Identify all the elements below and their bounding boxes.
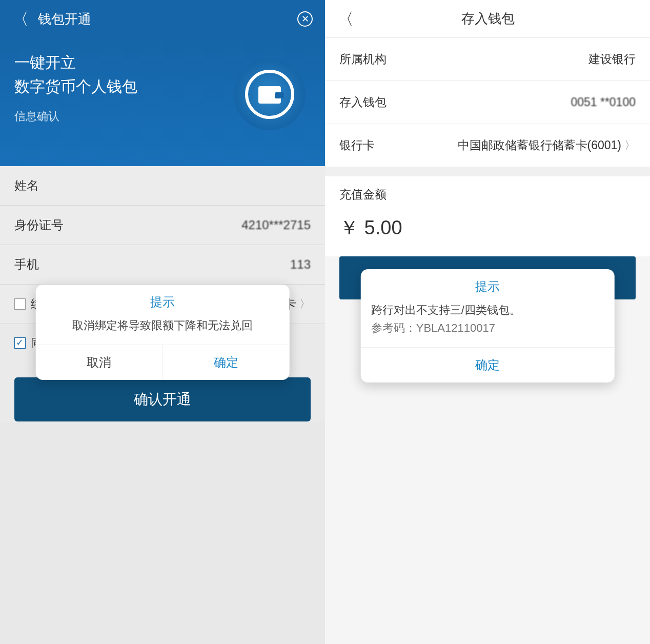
wallet-row[interactable]: 存入钱包 0051 **0100	[325, 81, 650, 124]
phone-value: 113	[290, 257, 311, 272]
dialog-message: 跨行对出不支持三/四类钱包。 参考码：YBLA12110017	[361, 301, 615, 347]
card-value: 中国邮政储蓄银行储蓄卡(6001)	[458, 137, 621, 153]
dialog-actions: 取消 确定	[36, 345, 290, 380]
ok-button[interactable]: 确定	[361, 348, 615, 383]
refcode-label: 参考码：	[371, 321, 416, 334]
id-row[interactable]: 身份证号 4210***2715	[0, 206, 325, 245]
wallet-icon	[234, 58, 306, 130]
wallet-value: 0051 **0100	[571, 95, 636, 109]
bindcard-checkbox[interactable]	[14, 298, 26, 310]
ok-button[interactable]: 确定	[162, 345, 290, 380]
alert-dialog-left: 提示 取消绑定将导致限额下降和无法兑回 取消 确定	[36, 285, 290, 380]
dialog-title: 提示	[361, 269, 615, 301]
wallet-label: 存入钱包	[339, 94, 387, 110]
dialog-title: 提示	[36, 285, 290, 316]
amount-label: 充值金额	[325, 176, 650, 213]
screenshot-right: 〈 存入钱包 所属机构 建设银行 存入钱包 0051 **0100 银行卡 中国…	[325, 0, 650, 644]
page-title: 钱包开通	[29, 10, 297, 28]
header-bar: 〈 钱包开通 ✕	[0, 0, 325, 38]
dialog-message: 取消绑定将导致限额下降和无法兑回	[36, 316, 290, 345]
info-list: 所属机构 建设银行 存入钱包 0051 **0100 银行卡 中国邮政储蓄银行储…	[325, 38, 650, 167]
org-label: 所属机构	[339, 51, 387, 67]
amount-value: ￥ 5.00	[325, 213, 650, 256]
id-label: 身份证号	[14, 217, 64, 233]
chevron-right-icon: 〉	[299, 296, 311, 312]
hero-banner: 一键开立 数字货币个人钱包 信息确认	[0, 38, 325, 166]
back-icon[interactable]: 〈	[12, 11, 29, 27]
alert-dialog-right: 提示 跨行对出不支持三/四类钱包。 参考码：YBLA12110017 确定	[361, 269, 615, 383]
close-icon[interactable]: ✕	[297, 11, 313, 27]
header-bar: 〈 存入钱包	[325, 0, 650, 38]
dialog-actions: 确定	[361, 347, 615, 383]
screenshot-left: 〈 钱包开通 ✕ 一键开立 数字货币个人钱包 信息确认 姓名 身份证号 4210…	[0, 0, 325, 644]
name-label: 姓名	[14, 177, 39, 194]
phone-label: 手机	[14, 256, 39, 273]
name-row[interactable]: 姓名	[0, 166, 325, 206]
phone-row[interactable]: 手机 113	[0, 245, 325, 285]
svg-rect-2	[275, 92, 284, 98]
confirm-open-button[interactable]: 确认开通	[14, 377, 311, 421]
org-row: 所属机构 建设银行	[325, 38, 650, 81]
dialog-line1: 跨行对出不支持三/四类钱包。	[371, 301, 604, 319]
page-title: 存入钱包	[354, 10, 622, 28]
dialog-refcode: 参考码：YBLA12110017	[371, 319, 604, 337]
card-label: 银行卡	[339, 137, 375, 153]
cancel-button[interactable]: 取消	[36, 345, 162, 380]
back-icon[interactable]: 〈	[337, 11, 354, 27]
org-value: 建设银行	[588, 51, 636, 67]
agree-checkbox[interactable]	[14, 337, 26, 349]
card-row[interactable]: 银行卡 中国邮政储蓄银行储蓄卡(6001) 〉	[325, 124, 650, 167]
id-value: 4210***2715	[241, 218, 311, 232]
chevron-right-icon: 〉	[624, 138, 636, 153]
refcode-value: YBLA12110017	[416, 321, 495, 334]
section-gap	[325, 167, 650, 176]
